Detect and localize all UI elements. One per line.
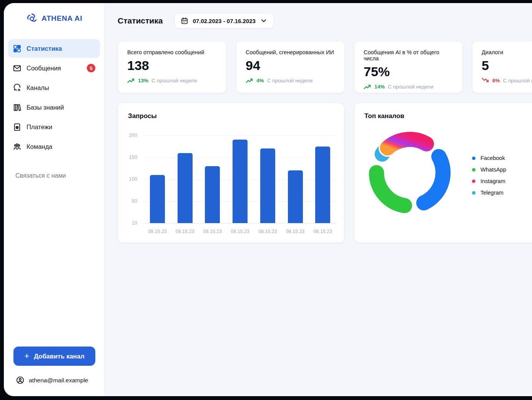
sidebar-item-label: Сообщения — [27, 65, 61, 72]
sidebar: ATHENA AI Статистика Сообщения 5 — [4, 3, 105, 396]
trend-percent: 13% — [138, 78, 148, 83]
donut-legend: FacebookWhatsAppInstagramTelegram — [472, 152, 506, 198]
legend-item-facebook[interactable]: Facebook — [472, 152, 506, 164]
donut-segment-instagram[interactable] — [387, 139, 426, 148]
requests-chart-card: Запросы 1050100150200 08.15.2308.15.2308… — [118, 103, 344, 243]
gridline — [143, 135, 337, 136]
contact-us-link[interactable]: Связаться с нами — [15, 172, 104, 179]
page-title: Статистика — [118, 16, 163, 25]
x-tick-label: 08.15.23 — [308, 229, 338, 234]
y-tick-label: 150 — [118, 154, 137, 160]
x-tick-label: 08.15.23 — [170, 229, 200, 234]
bar-3[interactable] — [205, 166, 220, 223]
stat-card-ai-percent: Сообщения AI в % от общего числа 75% 14%… — [354, 41, 463, 93]
trend-up-icon — [127, 77, 135, 83]
x-tick-label: 08.15.23 — [142, 229, 173, 234]
legend-label: Instagram — [480, 178, 505, 184]
chat-plus-icon — [13, 83, 22, 92]
legend-item-whatsapp[interactable]: WhatsApp — [472, 164, 506, 175]
sidebar-nav: Статистика Сообщения 5 Каналы — [4, 39, 104, 157]
account-email: athena@mail.example — [29, 377, 88, 384]
y-tick-label: 100 — [118, 176, 137, 182]
page-header: Статистика 07.02.2023 - 07.16.2023 — [118, 13, 274, 28]
trend-note: С прошлой недели — [388, 84, 434, 90]
x-tick-label: 08.15.23 — [280, 229, 311, 234]
bar-6[interactable] — [288, 170, 303, 223]
date-range-picker[interactable]: 07.02.2023 - 07.16.2023 — [174, 13, 274, 28]
legend-dot — [472, 191, 475, 195]
trend-percent: 14% — [374, 84, 385, 90]
stat-title: Диалоги — [482, 49, 532, 55]
y-tick-label: 50 — [118, 198, 137, 204]
trend-note: С прошлой недели — [503, 78, 532, 83]
bar-7[interactable] — [315, 147, 330, 223]
requests-chart-title: Запросы — [128, 112, 334, 120]
trend-percent: 6% — [492, 78, 500, 83]
legend-label: Facebook — [480, 155, 505, 161]
sidebar-item-label: Команда — [27, 143, 52, 150]
trend-down-icon — [482, 77, 489, 83]
legend-item-instagram[interactable]: Instagram — [472, 175, 506, 187]
sidebar-item-messages[interactable]: Сообщения 5 — [8, 59, 100, 77]
sidebar-item-payments[interactable]: Платежи — [8, 118, 100, 136]
y-tick-label: 10 — [118, 220, 137, 226]
requests-plot: 08.15.2308.15.2308.15.2308.15.2308.15.23… — [143, 135, 337, 238]
account-row[interactable]: athena@mail.example — [16, 376, 104, 385]
stat-title: Сообщения AI в % от общего числа — [364, 49, 453, 62]
sidebar-item-label: Платежи — [27, 123, 52, 131]
stat-title: Сообщений, сгенерированных ИИ — [246, 49, 335, 55]
stat-value: 94 — [246, 58, 335, 73]
stat-trend: 13% С прошлой недели — [127, 77, 217, 83]
donut-chart — [364, 127, 455, 218]
bar-2[interactable] — [178, 153, 193, 223]
trend-percent: 4% — [256, 78, 264, 83]
envelope-icon — [13, 64, 22, 73]
y-tick-label: 200 — [118, 132, 137, 138]
calendar-icon — [181, 17, 188, 25]
stat-value: 138 — [127, 58, 217, 73]
sidebar-item-label: Статистика — [27, 45, 62, 52]
add-channel-button[interactable]: + Добавить канал — [13, 347, 95, 366]
main-content: Статистика 07.02.2023 - 07.16.2023 Всего… — [105, 3, 532, 396]
bar-1[interactable] — [150, 175, 165, 223]
dashboard-icon — [13, 44, 22, 53]
stat-title: Всего отправлено сообщений — [127, 49, 217, 55]
trend-note: С прошлой недели — [267, 78, 313, 83]
stat-trend: 4% С прошлой недели — [246, 77, 335, 83]
date-range-value: 07.02.2023 - 07.16.2023 — [193, 18, 255, 24]
x-tick-label: 08.15.23 — [197, 229, 228, 234]
user-circle-icon — [16, 376, 25, 385]
stat-card-ai-messages: Сообщений, сгенерированных ИИ 94 4% С пр… — [236, 41, 345, 93]
stat-value: 5 — [482, 58, 532, 73]
x-tick-label: 08.15.23 — [225, 229, 256, 234]
sidebar-spacer — [4, 179, 104, 347]
brand-logo: ATHENA AI — [26, 12, 82, 25]
plus-icon: + — [24, 352, 29, 360]
bar-4[interactable] — [233, 140, 248, 223]
legend-dot — [472, 180, 475, 183]
legend-dot — [472, 157, 475, 160]
trend-note: С прошлой недели — [151, 78, 197, 83]
sidebar-item-team[interactable]: Команда — [8, 137, 100, 156]
legend-dot — [472, 168, 475, 172]
sidebar-item-channels[interactable]: Каналы — [8, 78, 100, 97]
books-icon — [13, 103, 22, 112]
sidebar-item-statistics[interactable]: Статистика — [8, 39, 100, 58]
top-channels-card: Топ каналов FacebookWhatsApp — [354, 103, 532, 243]
triquetra-logo-icon — [26, 12, 38, 25]
gridline — [143, 223, 337, 223]
legend-label: WhatsApp — [480, 167, 506, 173]
top-channels-title: Топ каналов — [364, 112, 532, 120]
legend-item-telegram[interactable]: Telegram — [472, 187, 506, 198]
chevron-down-icon — [260, 17, 268, 25]
sidebar-item-knowledge-bases[interactable]: Базы знаний — [8, 98, 100, 117]
stat-trend: 14% С прошлой недели — [364, 83, 453, 90]
stat-value: 75% — [364, 64, 453, 79]
bar-5[interactable] — [260, 148, 275, 223]
stat-trend: 6% С прошлой недели — [482, 77, 532, 83]
trend-up-icon — [364, 83, 371, 90]
unread-badge: 5 — [87, 64, 95, 72]
x-tick-label: 08.15.23 — [252, 229, 283, 234]
app-window: ATHENA AI Статистика Сообщения 5 — [4, 3, 532, 396]
add-channel-label: Добавить канал — [34, 353, 85, 360]
